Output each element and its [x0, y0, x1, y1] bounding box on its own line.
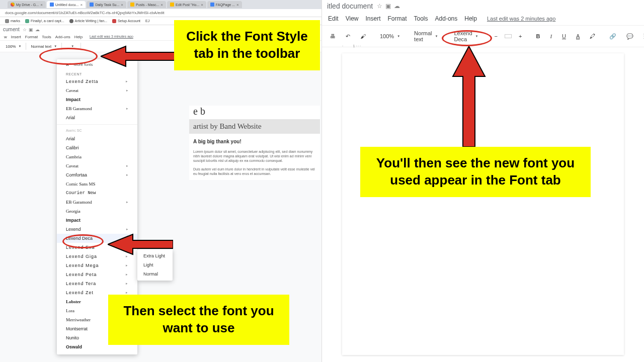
- last-edit-link[interactable]: Last edit was 2 minutes ago: [487, 16, 555, 22]
- annotation-arrow: [449, 46, 489, 147]
- ruler: · 1 · · ·: [342, 44, 644, 50]
- address-bar[interactable]: docs.google.com/document/d/1bZATuEt-nBco…: [0, 9, 321, 17]
- font-option[interactable]: EB Garamond▸: [57, 104, 137, 113]
- doc-heading: A big big thank you!: [189, 134, 320, 149]
- font-option[interactable]: Comic Sans MS: [57, 179, 137, 189]
- font-option[interactable]: Impact: [57, 216, 137, 225]
- font-option[interactable]: Lexend Tera▸: [57, 279, 137, 288]
- paint-format-icon[interactable]: 🖌: [357, 32, 369, 41]
- menu-item[interactable]: Tools: [414, 15, 428, 22]
- browser-tab[interactable]: Daily Task Su...×: [87, 1, 126, 8]
- browser-tab[interactable]: Edit Post "Ho...×: [167, 1, 206, 8]
- doc-paragraph: Lorem ipsum dolor sit amet, consectetuer…: [189, 149, 320, 167]
- font-option[interactable]: Cambria: [57, 152, 137, 161]
- font-option[interactable]: Georgia: [57, 207, 137, 216]
- annotation-circle: [39, 48, 98, 65]
- underline-button[interactable]: U: [559, 32, 569, 41]
- menu-item[interactable]: Insert: [11, 35, 21, 39]
- recent-section-label: RECENT: [57, 70, 137, 77]
- font-option[interactable]: EB Garamond▸: [57, 198, 137, 207]
- font-option[interactable]: Arial: [57, 134, 137, 143]
- move-icon[interactable]: ▣: [385, 3, 391, 10]
- font-option[interactable]: Caveat▸: [57, 161, 137, 170]
- doc-paragraph: Duis autem vel eum iriure dolor in hendr…: [189, 167, 320, 180]
- browser-tab[interactable]: Posts - Masc...×: [127, 1, 166, 8]
- print-icon[interactable]: 🖶: [327, 32, 339, 41]
- bookmark-item[interactable]: EJ: [145, 19, 149, 23]
- menu-item[interactable]: Insert: [365, 15, 380, 22]
- close-icon[interactable]: ×: [121, 3, 123, 7]
- menu-item[interactable]: Help: [464, 15, 477, 22]
- browser-tab[interactable]: My Drive - G...×: [8, 1, 46, 8]
- bookmark-item[interactable]: marks: [5, 19, 20, 23]
- svg-marker-1: [108, 234, 173, 254]
- font-option[interactable]: Comfortaa▸: [57, 170, 137, 179]
- italic-button[interactable]: I: [547, 32, 555, 41]
- font-option[interactable]: Lexend Zetta▸: [57, 77, 137, 86]
- bookmark-item[interactable]: Article Writing | fan...: [69, 19, 107, 23]
- font-option[interactable]: Caveat▸: [57, 86, 137, 95]
- star-icon[interactable]: ☆: [377, 3, 382, 10]
- annotation-circle: [442, 30, 492, 46]
- bookmark-item[interactable]: Finally!, a card capt...: [25, 19, 64, 23]
- menu-item[interactable]: Help: [74, 35, 83, 39]
- font-option[interactable]: Lexend Peta▸: [57, 270, 137, 279]
- weight-option[interactable]: Light: [137, 260, 173, 269]
- paragraph-style-select[interactable]: Normal text▼: [411, 29, 441, 44]
- cloud-icon[interactable]: ☁: [394, 3, 400, 10]
- bold-button[interactable]: B: [533, 32, 543, 41]
- svg-marker-0: [101, 46, 176, 66]
- annotation-callout: You'll then see the new font you used ap…: [360, 147, 591, 197]
- last-edit-link[interactable]: Last edit was 3 minutes ago: [90, 35, 133, 39]
- move-icon[interactable]: ▣: [29, 27, 33, 32]
- annotation-callout: Then select the font you want to use: [108, 295, 289, 345]
- cloud-icon[interactable]: ☁: [35, 27, 40, 32]
- zoom-select[interactable]: 100%▼: [377, 32, 403, 41]
- bookmark-item[interactable]: Setup Account: [112, 19, 140, 23]
- font-size-input[interactable]: [505, 34, 512, 38]
- document-page: e b artist by Band Website A big big tha…: [189, 106, 320, 180]
- menu-item[interactable]: w: [4, 35, 7, 39]
- doc-title[interactable]: itled document: [327, 2, 373, 10]
- weight-option[interactable]: Normal: [137, 269, 173, 279]
- text-color-button[interactable]: A: [573, 32, 583, 41]
- font-option[interactable]: Calibri: [57, 143, 137, 152]
- font-option[interactable]: Amatic SC: [57, 127, 137, 134]
- close-icon[interactable]: ×: [201, 3, 203, 7]
- font-option[interactable]: Impact: [57, 95, 137, 104]
- menu-bar: Edit View Insert Format Tools Add-ons He…: [322, 12, 644, 25]
- annotation-arrow: [101, 42, 176, 70]
- star-icon[interactable]: ☆: [23, 27, 27, 32]
- font-option[interactable]: Arial: [57, 113, 137, 122]
- font-option[interactable]: Courier New: [57, 189, 137, 198]
- close-icon[interactable]: ×: [40, 3, 43, 7]
- browser-tab-strip: My Drive - G...× Untitled docu...× Daily…: [0, 0, 321, 9]
- doc-title-bar: itled document ☆ ▣ ☁: [322, 0, 644, 12]
- zoom-select[interactable]: 100%▼: [3, 43, 24, 50]
- annotation-circle: [62, 234, 104, 248]
- insert-image-icon[interactable]: 🖼: [640, 32, 644, 41]
- menu-item[interactable]: Tools: [42, 35, 51, 39]
- browser-tab[interactable]: FAQPage ...×: [207, 1, 242, 8]
- doc-subtitle: artist by Band Website: [189, 119, 320, 134]
- highlight-button[interactable]: 🖍: [587, 32, 598, 41]
- insert-link-icon[interactable]: 🔗: [606, 32, 619, 41]
- menu-item[interactable]: Add-ons: [435, 15, 458, 22]
- close-icon[interactable]: ×: [236, 3, 239, 7]
- svg-marker-2: [453, 46, 485, 147]
- font-size-increase[interactable]: +: [516, 32, 525, 41]
- menu-item[interactable]: Edit: [328, 15, 339, 22]
- menu-item[interactable]: Add-ons: [55, 35, 70, 39]
- annotation-arrow: [108, 230, 173, 258]
- browser-tab[interactable]: Untitled docu...×: [47, 1, 86, 8]
- close-icon[interactable]: ×: [80, 3, 83, 7]
- doc-title[interactable]: cument: [3, 27, 20, 32]
- add-comment-icon[interactable]: 💬: [623, 32, 636, 41]
- menu-item[interactable]: View: [346, 15, 359, 22]
- font-option[interactable]: Lexend Mega▸: [57, 261, 137, 270]
- close-icon[interactable]: ×: [160, 3, 163, 7]
- font-size-decrease[interactable]: −: [492, 32, 501, 41]
- menu-item[interactable]: Format: [25, 35, 38, 39]
- undo-icon[interactable]: ↶: [343, 32, 353, 41]
- menu-item[interactable]: Format: [388, 15, 407, 22]
